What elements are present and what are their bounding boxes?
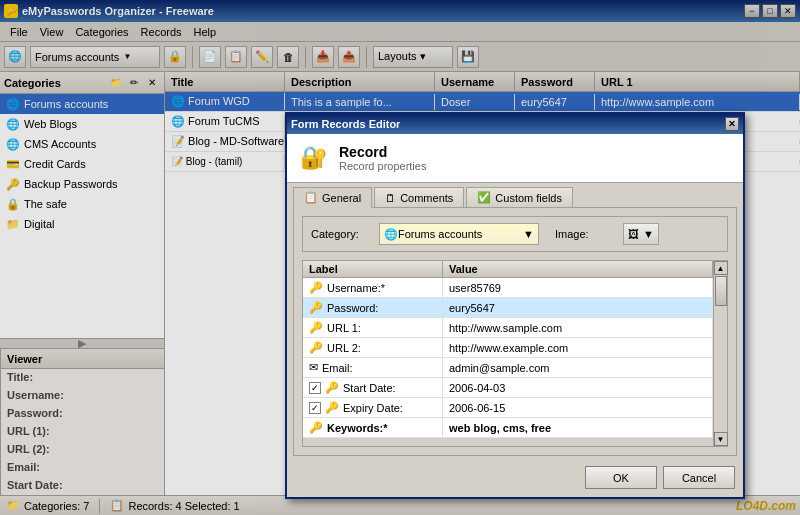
category-dropdown-arrow: ▼ [523, 228, 534, 240]
key-icon: 🔑 [309, 281, 323, 294]
list-item[interactable]: 🔑 Keywords:* web blog, cms, free [303, 418, 713, 438]
list-item[interactable]: ✓ 🔑 Expiry Date: 2006-06-15 [303, 398, 713, 418]
key-icon: 🔑 [325, 381, 339, 394]
record-lock-icon: 🔐 [297, 142, 329, 174]
form-records-editor-dialog: Form Records Editor ✕ 🔐 Record Record pr… [285, 112, 745, 499]
cell-label: 🔑 Username:* [303, 278, 443, 297]
category-select[interactable]: 🌐 Forums accounts ▼ [379, 223, 539, 245]
cancel-button[interactable]: Cancel [663, 466, 735, 489]
image-label: Image: [555, 228, 615, 240]
records-area: Label Value 🔑 Username:* user85769 [302, 260, 728, 447]
dialog-content: Category: 🌐 Forums accounts ▼ Image: 🖼 ▼ [293, 207, 737, 456]
key-icon: 🔑 [309, 301, 323, 314]
cell-label: 🔑 URL 2: [303, 338, 443, 357]
tab-comments-label: Comments [400, 192, 453, 204]
dialog-header-subtitle: Record properties [339, 160, 426, 172]
start-date-checkbox[interactable]: ✓ [309, 382, 321, 394]
dialog-tabs: 📋 General 🗒 Comments ✅ Custom fields [287, 183, 743, 207]
cell-label: 🔑 URL 1: [303, 318, 443, 337]
tab-custom-fields[interactable]: ✅ Custom fields [466, 187, 573, 207]
dialog-header-title: Record [339, 144, 426, 160]
ok-button[interactable]: OK [585, 466, 657, 489]
scroll-thumb[interactable] [715, 276, 727, 306]
list-item[interactable]: 🔑 URL 2: http://www.example.com [303, 338, 713, 358]
records-table: Label Value 🔑 Username:* user85769 [303, 261, 713, 438]
expiry-date-checkbox[interactable]: ✓ [309, 402, 321, 414]
image-select[interactable]: 🖼 ▼ [623, 223, 659, 245]
image-dropdown-arrow: ▼ [643, 228, 654, 240]
comments-tab-icon: 🗒 [385, 192, 396, 204]
custom-fields-tab-icon: ✅ [477, 191, 491, 204]
cell-label: ✉ Email: [303, 358, 443, 377]
cell-label: ✓ 🔑 Expiry Date: [303, 398, 443, 417]
dialog-overlay: Form Records Editor ✕ 🔐 Record Record pr… [0, 0, 800, 515]
scroll-down-button[interactable]: ▼ [714, 432, 728, 446]
email-icon: ✉ [309, 361, 318, 374]
cell-value: http://www.example.com [443, 338, 713, 357]
cell-value: eury5647 [443, 298, 713, 317]
scroll-up-button[interactable]: ▲ [714, 261, 728, 275]
list-item[interactable]: 🔑 Password: eury5647 [303, 298, 713, 318]
tab-comments[interactable]: 🗒 Comments [374, 187, 464, 207]
image-icon: 🖼 [628, 228, 639, 240]
records-header: Label Value [303, 261, 713, 278]
key-icon: 🔑 [309, 421, 323, 434]
cell-value: 2006-06-15 [443, 398, 713, 417]
dialog-header: 🔐 Record Record properties [287, 134, 743, 183]
cell-label: ✓ 🔑 Start Date: [303, 378, 443, 397]
list-item[interactable]: ✓ 🔑 Start Date: 2006-04-03 [303, 378, 713, 398]
visual-group: Category: 🌐 Forums accounts ▼ Image: 🖼 ▼ [302, 216, 728, 252]
cell-label: 🔑 Password: [303, 298, 443, 317]
dialog-close-button[interactable]: ✕ [725, 117, 739, 131]
dialog-buttons: OK Cancel [287, 462, 743, 497]
cell-value: admin@sample.com [443, 358, 713, 377]
key-icon: 🔑 [309, 341, 323, 354]
tab-general-label: General [322, 192, 361, 204]
dialog-title-bar: Form Records Editor ✕ [287, 114, 743, 134]
key-icon: 🔑 [325, 401, 339, 414]
list-item[interactable]: 🔑 Username:* user85769 [303, 278, 713, 298]
category-label: Category: [311, 228, 371, 240]
category-select-icon: 🌐 [384, 228, 398, 241]
key-icon: 🔑 [309, 321, 323, 334]
tab-custom-fields-label: Custom fields [495, 192, 562, 204]
cell-value: user85769 [443, 278, 713, 297]
cell-value: http://www.sample.com [443, 318, 713, 337]
category-select-value: Forums accounts [398, 228, 523, 240]
cell-value: 2006-04-03 [443, 378, 713, 397]
list-item[interactable]: 🔑 URL 1: http://www.sample.com [303, 318, 713, 338]
general-tab-icon: 📋 [304, 191, 318, 204]
visual-row: Category: 🌐 Forums accounts ▼ Image: 🖼 ▼ [311, 223, 719, 245]
col-label: Label [303, 261, 443, 277]
col-value: Value [443, 261, 713, 277]
cell-label: 🔑 Keywords:* [303, 418, 443, 437]
vertical-scrollbar[interactable]: ▲ ▼ [713, 261, 727, 446]
tab-general[interactable]: 📋 General [293, 187, 372, 208]
dialog-title: Form Records Editor [291, 118, 400, 130]
list-item[interactable]: ✉ Email: admin@sample.com [303, 358, 713, 378]
cell-value: web blog, cms, free [443, 418, 713, 437]
dialog-header-text: Record Record properties [339, 144, 426, 172]
